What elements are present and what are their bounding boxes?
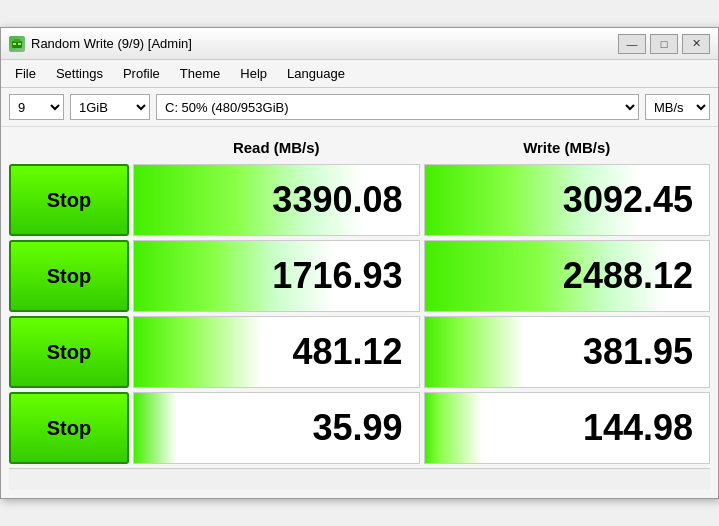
header-empty	[9, 135, 129, 160]
menu-language[interactable]: Language	[277, 62, 355, 85]
header-write: Write (MB/s)	[424, 135, 711, 160]
table-header: Read (MB/s) Write (MB/s)	[9, 135, 710, 160]
drive-dropdown[interactable]: C: 50% (480/953GiB)	[156, 94, 639, 120]
window-title: Random Write (9/9) [Admin]	[31, 36, 192, 51]
size-dropdown[interactable]: 1GiB 512MiB 2GiB	[70, 94, 150, 120]
title-bar-left: Random Write (9/9) [Admin]	[9, 36, 192, 52]
svg-rect-2	[13, 43, 16, 45]
queue-dropdown[interactable]: 9 1 2 4 8	[9, 94, 64, 120]
table-row: Stop 35.99 144.98	[9, 392, 710, 464]
menu-settings[interactable]: Settings	[46, 62, 113, 85]
table-row: Stop 481.12 381.95	[9, 316, 710, 388]
write-value-1: 3092.45	[424, 164, 711, 236]
write-value-4: 144.98	[424, 392, 711, 464]
svg-rect-3	[18, 43, 21, 45]
read-value-4: 35.99	[133, 392, 420, 464]
svg-rect-1	[14, 39, 20, 42]
title-bar-controls: — □ ✕	[618, 34, 710, 54]
menu-file[interactable]: File	[5, 62, 46, 85]
menu-help[interactable]: Help	[230, 62, 277, 85]
write-value-2: 2488.12	[424, 240, 711, 312]
unit-dropdown[interactable]: MB/s GB/s IOPS	[645, 94, 710, 120]
write-value-3: 381.95	[424, 316, 711, 388]
main-content: Read (MB/s) Write (MB/s) Stop 3390.08 30…	[1, 127, 718, 498]
menu-theme[interactable]: Theme	[170, 62, 230, 85]
stop-button-3[interactable]: Stop	[9, 316, 129, 388]
toolbar: 9 1 2 4 8 1GiB 512MiB 2GiB C: 50% (480/9…	[1, 88, 718, 127]
maximize-button[interactable]: □	[650, 34, 678, 54]
read-value-2: 1716.93	[133, 240, 420, 312]
stop-button-2[interactable]: Stop	[9, 240, 129, 312]
menu-profile[interactable]: Profile	[113, 62, 170, 85]
menu-bar: File Settings Profile Theme Help Languag…	[1, 60, 718, 88]
header-read: Read (MB/s)	[133, 135, 420, 160]
stop-button-1[interactable]: Stop	[9, 164, 129, 236]
read-value-1: 3390.08	[133, 164, 420, 236]
read-value-3: 481.12	[133, 316, 420, 388]
table-row: Stop 1716.93 2488.12	[9, 240, 710, 312]
main-window: Random Write (9/9) [Admin] — □ ✕ File Se…	[0, 27, 719, 499]
status-bar	[9, 468, 710, 490]
table-row: Stop 3390.08 3092.45	[9, 164, 710, 236]
stop-button-4[interactable]: Stop	[9, 392, 129, 464]
close-button[interactable]: ✕	[682, 34, 710, 54]
minimize-button[interactable]: —	[618, 34, 646, 54]
app-icon	[9, 36, 25, 52]
title-bar: Random Write (9/9) [Admin] — □ ✕	[1, 28, 718, 60]
